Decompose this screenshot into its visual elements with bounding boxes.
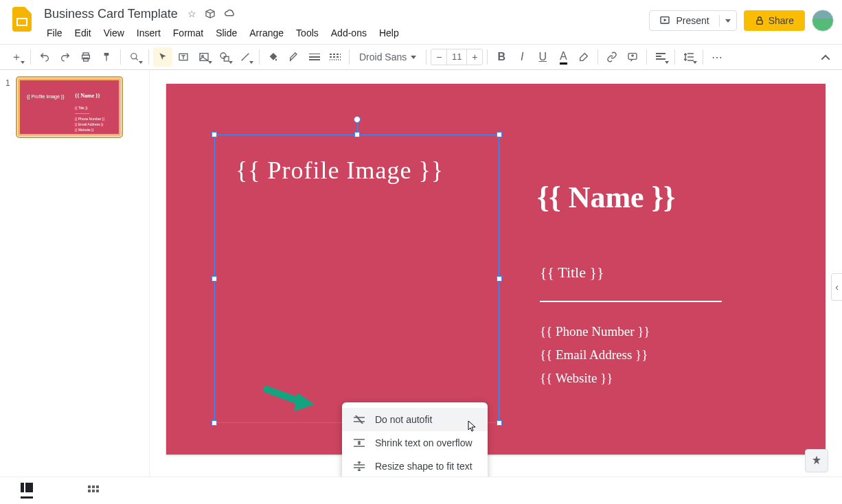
font-family-select[interactable]: Droid Sans	[354, 48, 422, 66]
account-avatar[interactable]	[812, 10, 834, 32]
present-label: Present	[676, 15, 709, 26]
present-button[interactable]: Present	[650, 11, 718, 30]
annotation-arrow-icon	[263, 382, 318, 417]
font-family-value: Droid Sans	[359, 51, 407, 62]
rotate-handle[interactable]	[354, 116, 361, 123]
line-button[interactable]	[236, 47, 255, 67]
side-panel-toggle[interactable]: ‹	[831, 273, 842, 301]
menu-slide[interactable]: Slide	[210, 25, 242, 41]
slide-thumbnail-1[interactable]: {{ Profile Image }} {{ Name }} {{ Title …	[18, 78, 121, 136]
resize-handle-mt[interactable]	[354, 132, 360, 137]
svg-rect-19	[88, 485, 91, 488]
font-size-value[interactable]: 11	[446, 49, 467, 65]
resize-handle-ml[interactable]	[212, 276, 217, 282]
more-button[interactable]: ⋯	[707, 47, 727, 67]
svg-rect-13	[309, 54, 320, 54]
phone-placeholder[interactable]: {{ Phone Number }}	[540, 324, 650, 339]
cloud-status-icon[interactable]	[224, 8, 236, 19]
email-placeholder[interactable]: {{ Email Address }}	[540, 347, 648, 363]
select-tool[interactable]	[153, 47, 172, 67]
font-size-control: − 11 +	[431, 49, 483, 65]
menu-file[interactable]: File	[41, 25, 68, 41]
italic-button[interactable]: I	[512, 47, 532, 67]
svg-rect-1	[18, 19, 26, 25]
menu-addons[interactable]: Add-ons	[326, 25, 372, 41]
filmstrip-view-button[interactable]	[21, 483, 33, 499]
profile-image-placeholder[interactable]: {{ Profile Image }}	[215, 135, 499, 185]
text-color-button[interactable]: A	[554, 47, 573, 67]
autofit-option-resize[interactable]: Resize shape to fit text	[342, 455, 488, 477]
menu-edit[interactable]: Edit	[69, 25, 97, 41]
menu-tools[interactable]: Tools	[291, 25, 324, 41]
undo-button[interactable]	[35, 47, 54, 67]
autofit-option-shrink[interactable]: Shrink text on overflow	[342, 431, 488, 455]
border-dash-button[interactable]	[326, 47, 345, 67]
border-weight-button[interactable]	[305, 47, 324, 67]
resize-handle-br[interactable]	[497, 420, 502, 426]
svg-rect-23	[92, 490, 95, 492]
star-icon[interactable]: ☆	[187, 8, 196, 19]
name-placeholder[interactable]: {{ Name }}	[537, 180, 675, 215]
move-icon[interactable]	[205, 8, 216, 19]
canvas[interactable]: {{ Profile Image }} {{ Name }} {{ Title …	[150, 70, 842, 477]
new-slide-button[interactable]: ＋	[7, 47, 26, 67]
menu-format[interactable]: Format	[168, 25, 209, 41]
resize-handle-tl[interactable]	[212, 132, 217, 137]
highlight-button[interactable]	[574, 47, 593, 67]
svg-rect-12	[224, 56, 229, 61]
svg-rect-21	[96, 485, 99, 488]
link-button[interactable]	[602, 47, 622, 67]
grid-view-button[interactable]	[88, 485, 99, 496]
shape-button[interactable]	[215, 47, 234, 67]
divider-line	[540, 301, 722, 302]
border-color-button[interactable]	[284, 47, 304, 67]
menu-arrange[interactable]: Arrange	[244, 25, 289, 41]
resize-handle-bl[interactable]	[212, 420, 217, 426]
svg-rect-22	[88, 490, 91, 492]
document-title[interactable]: Business Card Template	[41, 5, 181, 23]
underline-button[interactable]: U	[533, 47, 552, 67]
line-spacing-button[interactable]	[679, 47, 698, 67]
svg-rect-17	[21, 483, 24, 492]
resize-handle-mr[interactable]	[497, 276, 502, 282]
present-dropdown[interactable]	[719, 15, 736, 27]
explore-button[interactable]	[805, 449, 828, 472]
menu-insert[interactable]: Insert	[131, 25, 166, 41]
collapse-toolbar-button[interactable]	[816, 47, 835, 67]
autofit-menu: Do not autofit Shrink text on overflow R…	[342, 402, 488, 477]
bold-button[interactable]: B	[492, 47, 511, 67]
menu-bar: File Edit View Insert Format Slide Arran…	[41, 25, 649, 41]
slides-app-icon[interactable]	[8, 5, 36, 33]
zoom-button[interactable]	[125, 47, 144, 67]
selected-textbox[interactable]: {{ Profile Image }}	[214, 135, 499, 423]
menu-help[interactable]: Help	[374, 25, 405, 41]
toolbar: ＋ Droid Sans − 11 + B I U A ⋯	[0, 44, 842, 70]
autofit-option-shrink-label: Shrink text on overflow	[375, 437, 473, 448]
cursor-icon	[466, 420, 477, 433]
resize-handle-tr[interactable]	[497, 132, 502, 137]
fill-color-button[interactable]	[264, 47, 283, 67]
slide-number: 1	[5, 78, 14, 136]
comment-button[interactable]	[623, 47, 642, 67]
bottom-bar	[0, 477, 842, 504]
shrink-text-icon	[353, 438, 365, 448]
textbox-button[interactable]	[174, 47, 193, 67]
font-size-decrease[interactable]: −	[431, 51, 446, 62]
svg-rect-20	[92, 485, 95, 488]
align-button[interactable]	[651, 47, 670, 67]
print-button[interactable]	[76, 47, 95, 67]
svg-point-11	[220, 53, 226, 58]
website-placeholder[interactable]: {{ Website }}	[540, 371, 613, 386]
title-placeholder[interactable]: {{ Title }}	[540, 264, 604, 282]
autofit-option-none-label: Do not autofit	[375, 414, 432, 425]
no-autofit-icon	[353, 415, 365, 424]
svg-rect-15	[309, 59, 320, 60]
font-size-increase[interactable]: +	[467, 51, 482, 62]
svg-rect-18	[25, 483, 33, 492]
autofit-option-resize-label: Resize shape to fit text	[375, 461, 473, 472]
image-button[interactable]	[194, 47, 214, 67]
share-button[interactable]: Share	[744, 10, 805, 31]
redo-button[interactable]	[56, 47, 75, 67]
menu-view[interactable]: View	[98, 25, 130, 41]
paint-format-button[interactable]	[97, 47, 116, 67]
